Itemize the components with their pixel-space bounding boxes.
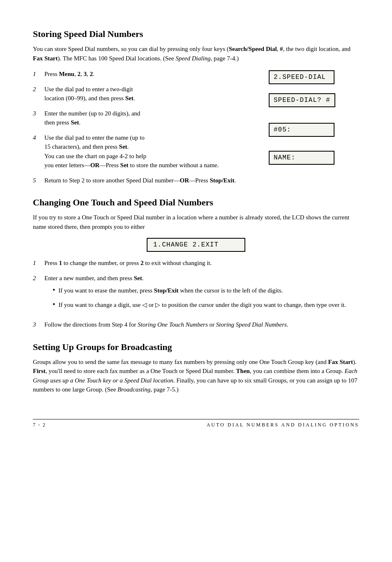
change-step-number-2: 2 xyxy=(33,274,39,315)
step-text-2: Use the dial pad to enter a two-digitloc… xyxy=(44,85,135,103)
step-text-1: Press Menu, 2, 3, 2. xyxy=(44,69,95,79)
footer: 7 - 2 AUTO DIAL NUMBERS AND DIALING OPTI… xyxy=(33,419,359,428)
step-4: 4 Use the dial pad to enter the name (up… xyxy=(33,133,269,170)
lcd-change-exit-container: 1.CHANGE 2.EXIT xyxy=(33,238,359,252)
footer-page-ref: 7 - 2 xyxy=(33,422,46,428)
intro-text-storing: You can store Speed Dial numbers, so you… xyxy=(33,44,359,63)
section-title-storing: Storing Speed Dial Numbers xyxy=(33,29,359,39)
lcd-number: #05: xyxy=(269,123,334,137)
step-number-3: 3 xyxy=(33,109,39,127)
change-step-3: 3 Follow the directions from Step 4 for … xyxy=(33,320,359,329)
lcd-speed-dial-1: 2.SPEED-DIAL xyxy=(269,70,334,84)
section-groups: Setting Up Groups for Broadcasting Group… xyxy=(33,342,359,394)
change-step-text-1: Press 1 to change the number, or press 2… xyxy=(44,258,212,268)
step-number-5: 5 xyxy=(33,176,39,185)
steps-right-lcd: 2.SPEED-DIAL SPEED-DIAL? # #05: NAME: xyxy=(269,69,359,176)
bullet-dot-1: • xyxy=(53,286,55,295)
step-text-4: Use the dial pad to enter the name (up t… xyxy=(44,133,219,170)
step-number-1: 1 xyxy=(33,69,39,79)
step-5: 5 Return to Step 2 to store another Spee… xyxy=(33,176,359,185)
bullet-text-1: If you want to erase the number, press S… xyxy=(58,286,283,295)
steps-left: 1 Press Menu, 2, 3, 2. 2 Use the dial pa… xyxy=(33,69,269,176)
change-step-number-1: 1 xyxy=(33,258,39,268)
footer-chapter-title: AUTO DIAL NUMBERS AND DIALING OPTIONS xyxy=(207,422,359,428)
step-number-2: 2 xyxy=(33,85,39,103)
bullet-text-2: If you want to change a digit, use ◁ or … xyxy=(58,300,346,310)
change-step-2: 2 Enter a new number, and then press Set… xyxy=(33,274,359,315)
step-text-5: Return to Step 2 to store another Speed … xyxy=(44,176,236,185)
bullet-dot-2: • xyxy=(53,300,55,310)
change-step-text-3: Follow the directions from Step 4 for St… xyxy=(44,320,288,329)
steps-storing: 1 Press Menu, 2, 3, 2. 2 Use the dial pa… xyxy=(33,69,359,176)
section-title-changing: Changing One Touch and Speed Dial Number… xyxy=(33,197,359,208)
change-bullet-list: • If you want to erase the number, press… xyxy=(53,286,346,309)
change-step-number-3: 3 xyxy=(33,320,39,329)
change-step-1: 1 Press 1 to change the number, or press… xyxy=(33,258,359,268)
lcd-name: NAME: xyxy=(269,151,334,165)
section-storing-speed-dial: Storing Speed Dial Numbers You can store… xyxy=(33,29,359,185)
step-1: 1 Press Menu, 2, 3, 2. xyxy=(33,69,269,79)
change-step-text-2: Enter a new number, and then press Set. xyxy=(44,275,143,281)
step-text-3: Enter the number (up to 20 digits), andt… xyxy=(44,109,140,127)
bullet-item-2: • If you want to change a digit, use ◁ o… xyxy=(53,300,346,310)
lcd-change-exit: 1.CHANGE 2.EXIT xyxy=(147,238,245,252)
step-2: 2 Use the dial pad to enter a two-digitl… xyxy=(33,85,269,103)
bullet-item-1: • If you want to erase the number, press… xyxy=(53,286,346,295)
step-number-4: 4 xyxy=(33,133,39,170)
step-3: 3 Enter the number (up to 20 digits), an… xyxy=(33,109,269,127)
lcd-speed-dial-2: SPEED-DIAL? # xyxy=(269,93,335,107)
section-title-groups: Setting Up Groups for Broadcasting xyxy=(33,342,359,352)
intro-text-groups: Groups allow you to send the same fax me… xyxy=(33,357,359,394)
section-changing: Changing One Touch and Speed Dial Number… xyxy=(33,197,359,329)
intro-text-changing: If you try to store a One Touch or Speed… xyxy=(33,213,359,231)
